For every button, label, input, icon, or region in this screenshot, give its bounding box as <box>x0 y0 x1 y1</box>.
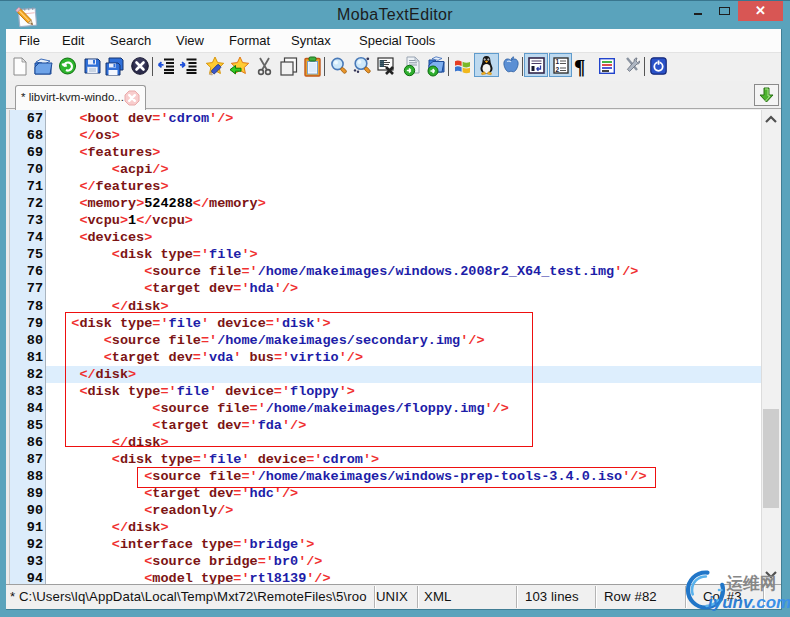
svg-text:1: 1 <box>556 58 560 65</box>
svg-text:2: 2 <box>556 66 560 73</box>
svg-text:iyunv.com: iyunv.com <box>708 593 790 612</box>
svg-text:运维网: 运维网 <box>726 574 777 592</box>
